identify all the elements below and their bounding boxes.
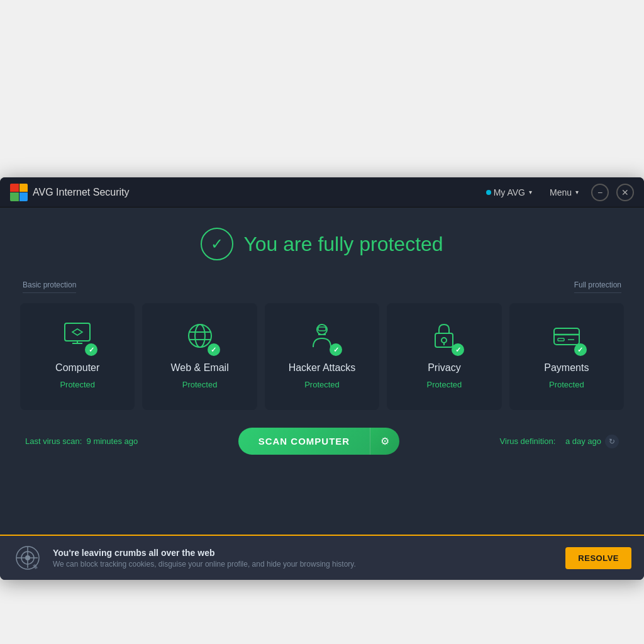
- title-bar-right: My AVG ▾ Menu ▾ − ✕: [481, 184, 634, 201]
- payments-card[interactable]: ✓ Payments Protected: [509, 303, 624, 410]
- hacker-attacks-icon: ✓: [302, 316, 342, 356]
- web-check-badge: ✓: [208, 343, 220, 356]
- avg-logo-orange: [19, 184, 28, 192]
- banner-title: You're leaving crumbs all over the web: [53, 548, 555, 558]
- hacker-attacks-title: Hacker Attacks: [289, 362, 356, 374]
- scan-settings-button[interactable]: ⚙: [370, 428, 399, 455]
- menu-button[interactable]: Menu ▾: [545, 185, 584, 200]
- hacker-attacks-card[interactable]: ✓ Hacker Attacks Protected: [265, 303, 379, 410]
- hacker-check-badge: ✓: [330, 343, 342, 356]
- virus-def-value: a day ago: [565, 436, 601, 446]
- svg-rect-0: [65, 323, 90, 341]
- avg-logo-red: [10, 184, 19, 192]
- status-section: ✓ You are fully protected: [201, 228, 443, 260]
- main-content: ✓ You are fully protected Basic protecti…: [0, 208, 644, 535]
- banner-text-section: You're leaving crumbs all over the web W…: [53, 548, 555, 569]
- bottom-banner: You're leaving crumbs all over the web W…: [0, 535, 644, 580]
- refresh-button[interactable]: ↻: [605, 435, 619, 448]
- computer-check-badge: ✓: [85, 343, 97, 356]
- cards-container: ✓ Computer Protected ✓ Web & Email: [20, 303, 624, 410]
- svg-point-12: [441, 338, 447, 343]
- privacy-title: Privacy: [428, 362, 460, 374]
- avg-logo: [10, 184, 28, 201]
- title-bar-left: AVG Internet Security: [10, 184, 481, 201]
- web-email-status: Protected: [182, 380, 218, 389]
- last-scan-label: Last virus scan:: [25, 436, 82, 446]
- status-text: You are fully protected: [243, 233, 443, 256]
- gear-icon: ⚙: [380, 436, 389, 447]
- hacker-attacks-status: Protected: [304, 380, 340, 389]
- menu-chevron: ▾: [575, 189, 579, 196]
- virus-definition-info: Virus definition: a day ago ↻: [500, 435, 619, 448]
- avg-logo-green: [10, 192, 19, 201]
- status-circle: ✓: [201, 228, 233, 260]
- tracking-icon: [13, 543, 43, 573]
- payments-check-badge: ✓: [574, 343, 587, 356]
- svg-point-3: [189, 325, 211, 347]
- privacy-check-badge: ✓: [452, 343, 464, 356]
- basic-protection-label: Basic protection: [23, 280, 76, 289]
- last-scan-value: 9 minutes ago: [87, 436, 138, 446]
- protection-labels: Basic protection Full protection: [20, 280, 624, 289]
- menu-label: Menu: [550, 187, 572, 197]
- minimize-button[interactable]: −: [591, 184, 609, 201]
- svg-rect-16: [558, 338, 564, 341]
- svg-rect-8: [318, 327, 326, 331]
- web-email-card[interactable]: ✓ Web & Email Protected: [142, 303, 257, 410]
- privacy-icon: ✓: [424, 316, 464, 356]
- full-protection-label: Full protection: [574, 280, 621, 289]
- virus-def-label: Virus definition:: [500, 436, 556, 446]
- computer-icon: ✓: [57, 316, 97, 356]
- scan-bar: Last virus scan: 9 minutes ago SCAN COMP…: [20, 428, 624, 455]
- last-scan-info: Last virus scan: 9 minutes ago: [25, 436, 138, 446]
- close-button[interactable]: ✕: [616, 184, 634, 201]
- svg-rect-14: [554, 328, 579, 345]
- scan-button-group: SCAN COMPUTER ⚙: [238, 428, 400, 455]
- online-indicator: [486, 190, 491, 195]
- payments-icon: ✓: [547, 316, 587, 356]
- payments-status: Protected: [549, 380, 584, 389]
- scan-computer-button[interactable]: SCAN COMPUTER: [238, 428, 370, 455]
- avg-logo-blue: [19, 192, 28, 201]
- privacy-status: Protected: [427, 380, 462, 389]
- app-title: AVG Internet Security: [33, 187, 130, 198]
- payments-title: Payments: [544, 362, 589, 374]
- myavg-chevron: ▾: [529, 189, 532, 196]
- computer-status: Protected: [60, 380, 95, 389]
- web-email-icon: ✓: [180, 316, 220, 356]
- checkmark-icon: ✓: [211, 235, 223, 253]
- svg-point-4: [195, 325, 205, 347]
- computer-card[interactable]: ✓ Computer Protected: [20, 303, 135, 410]
- myavg-button[interactable]: My AVG ▾: [481, 185, 537, 200]
- title-bar: AVG Internet Security My AVG ▾ Menu ▾ − …: [0, 177, 644, 208]
- myavg-label: My AVG: [494, 187, 525, 197]
- computer-title: Computer: [55, 362, 99, 374]
- privacy-card[interactable]: ✓ Privacy Protected: [387, 303, 501, 410]
- resolve-button[interactable]: RESOLVE: [565, 547, 631, 569]
- app-window: AVG Internet Security My AVG ▾ Menu ▾ − …: [0, 177, 644, 580]
- web-email-title: Web & Email: [171, 362, 229, 374]
- banner-subtitle: We can block tracking cookies, disguise …: [53, 560, 555, 569]
